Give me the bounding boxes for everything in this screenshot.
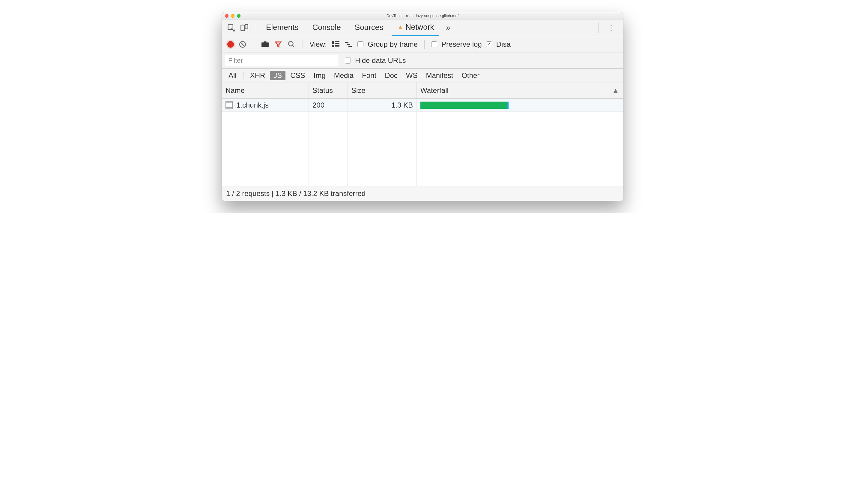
col-waterfall[interactable]: Waterfall: [417, 83, 608, 98]
cell-waterfall: [417, 98, 608, 111]
type-doc[interactable]: Doc: [381, 71, 401, 80]
cell-status: 200: [309, 98, 348, 111]
svg-rect-12: [335, 47, 339, 47]
svg-rect-2: [245, 24, 248, 29]
separator: [255, 22, 255, 33]
type-other[interactable]: Other: [458, 71, 483, 80]
type-img[interactable]: Img: [310, 71, 329, 80]
inspect-element-icon[interactable]: [226, 23, 236, 33]
tab-network[interactable]: ▲Network: [392, 19, 439, 36]
group-by-frame-label: Group by frame: [368, 40, 418, 49]
more-tabs-icon[interactable]: »: [442, 23, 454, 32]
tab-sources[interactable]: Sources: [349, 20, 389, 36]
svg-rect-4: [262, 42, 269, 47]
filter-bar: Hide data URLs: [222, 52, 623, 69]
col-name[interactable]: Name: [222, 83, 309, 98]
cell-name: 1.chunk.js: [222, 98, 309, 111]
cell-size: 1.3 KB: [348, 98, 417, 111]
table-body: 1.chunk.js 200 1.3 KB: [222, 98, 623, 186]
titlebar: DevTools - react-lazy-suspense.glitch.me…: [222, 12, 623, 19]
warning-icon: ▲: [397, 23, 404, 31]
cell-empty: [608, 98, 623, 111]
col-size[interactable]: Size: [348, 83, 417, 98]
clear-icon[interactable]: [238, 40, 247, 49]
type-js[interactable]: JS: [270, 71, 285, 80]
device-toggle-icon[interactable]: [239, 23, 249, 33]
waterfall-bar: [420, 102, 509, 109]
svg-rect-10: [332, 45, 334, 47]
svg-rect-15: [349, 46, 352, 47]
disable-cache-checkbox[interactable]: [486, 41, 492, 47]
separator: [598, 22, 599, 33]
type-css[interactable]: CSS: [287, 71, 309, 80]
type-ws[interactable]: WS: [402, 71, 421, 80]
svg-rect-14: [347, 44, 350, 45]
overview-icon[interactable]: [344, 40, 353, 49]
window-title: DevTools - react-lazy-suspense.glitch.me…: [222, 14, 623, 18]
svg-rect-7: [332, 41, 334, 44]
svg-rect-13: [345, 42, 349, 43]
group-by-frame-checkbox[interactable]: [357, 41, 364, 47]
type-manifest[interactable]: Manifest: [423, 71, 457, 80]
devtools-window: DevTools - react-lazy-suspense.glitch.me…: [222, 12, 623, 201]
tab-elements[interactable]: Elements: [261, 20, 304, 36]
svg-rect-8: [335, 41, 339, 42]
svg-point-6: [288, 41, 293, 46]
preserve-log-label: Preserve log: [441, 40, 482, 49]
record-button[interactable]: [227, 41, 234, 48]
filter-input[interactable]: [225, 55, 339, 66]
preserve-log-checkbox[interactable]: [431, 41, 437, 47]
disable-cache-label: Disa: [496, 40, 511, 49]
large-rows-icon[interactable]: [331, 40, 340, 49]
svg-rect-5: [264, 41, 267, 42]
svg-rect-1: [241, 25, 245, 31]
type-all[interactable]: All: [225, 71, 240, 80]
hide-data-urls-checkbox[interactable]: [345, 57, 351, 64]
network-toolbar: View: Group by frame Preserve log Disa: [222, 36, 623, 52]
type-font[interactable]: Font: [358, 71, 380, 80]
table-row[interactable]: 1.chunk.js 200 1.3 KB: [222, 98, 623, 112]
capture-screenshot-icon[interactable]: [261, 40, 269, 49]
svg-rect-11: [335, 45, 339, 46]
status-bar: 1 / 2 requests | 1.3 KB / 13.2 KB transf…: [222, 186, 623, 201]
col-status[interactable]: Status: [309, 83, 348, 98]
file-name: 1.chunk.js: [236, 101, 269, 109]
view-label: View:: [310, 40, 327, 49]
tab-console[interactable]: Console: [307, 20, 346, 36]
sort-indicator-icon[interactable]: ▲: [608, 83, 623, 98]
search-icon[interactable]: [287, 40, 296, 49]
settings-menu-icon[interactable]: ⋮: [604, 24, 619, 32]
status-text: 1 / 2 requests | 1.3 KB / 13.2 KB transf…: [226, 190, 366, 198]
requests-table: Name Status Size Waterfall ▲ 1.chunk.js …: [222, 83, 623, 186]
tab-network-label: Network: [405, 22, 434, 32]
panel-tabs: Elements Console Sources ▲Network » ⋮: [222, 19, 623, 36]
type-xhr[interactable]: XHR: [246, 71, 269, 80]
table-header: Name Status Size Waterfall ▲: [222, 83, 623, 98]
hide-data-urls-label: Hide data URLs: [355, 56, 406, 65]
type-filter-bar: All XHR JS CSS Img Media Font Doc WS Man…: [222, 69, 623, 83]
svg-rect-9: [335, 43, 339, 44]
filter-icon[interactable]: [274, 40, 283, 49]
type-media[interactable]: Media: [331, 71, 357, 80]
file-icon: [226, 101, 233, 109]
